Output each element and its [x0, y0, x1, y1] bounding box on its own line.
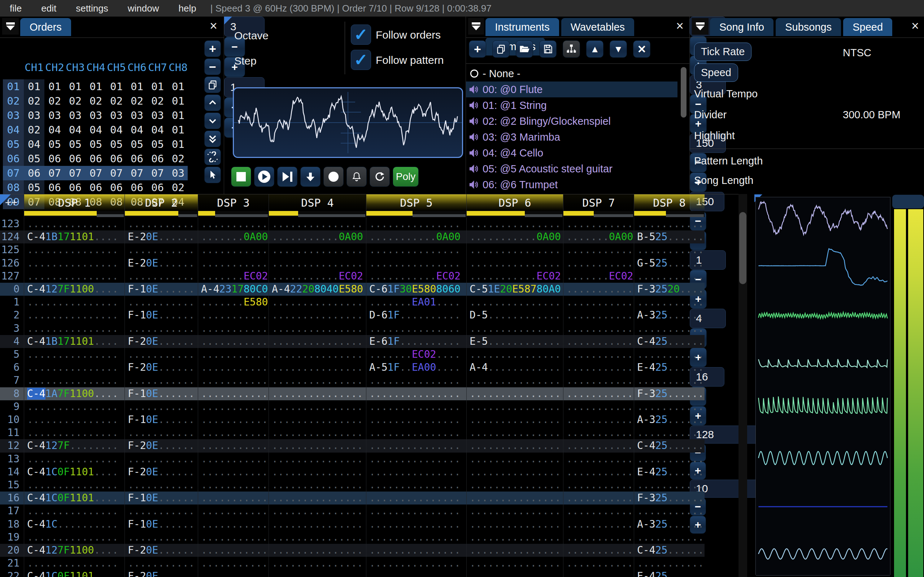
- pattern-cell[interactable]: .......E580: [198, 296, 268, 309]
- pattern-cell[interactable]: E-425......: [634, 466, 704, 479]
- pattern-cell[interactable]: ...........: [124, 426, 198, 439]
- pattern-row-125[interactable]: 125.....................................…: [0, 243, 704, 256]
- poly-button[interactable]: Poly: [393, 167, 419, 187]
- pattern-cell[interactable]: ...............: [24, 296, 124, 309]
- collapse-window-icon[interactable]: [692, 18, 709, 35]
- pattern-cell[interactable]: ...........: [563, 557, 634, 570]
- orders-row-04[interactable]: 040204040404040401: [3, 122, 188, 137]
- pattern-cell[interactable]: ...............: [24, 218, 124, 230]
- orders-cell[interactable]: 01: [147, 79, 168, 94]
- pattern-cell[interactable]: ...............: [268, 479, 366, 492]
- orders-cell[interactable]: 02: [127, 94, 147, 108]
- pattern-row-16[interactable]: 16C-41C0F1101....F-10E..................…: [0, 492, 704, 504]
- pattern-cell[interactable]: ...............: [466, 570, 563, 577]
- step-button[interactable]: [300, 167, 320, 187]
- pattern-cell[interactable]: ...........: [563, 335, 634, 348]
- pattern-cell[interactable]: ...............: [24, 309, 124, 322]
- pattern-cell[interactable]: ...........: [634, 348, 704, 361]
- pattern-cell[interactable]: ...........: [198, 400, 268, 413]
- pattern-cell[interactable]: ...............: [268, 504, 366, 517]
- pattern-cell[interactable]: ...........: [198, 257, 268, 270]
- pattern-cell[interactable]: ...........: [563, 218, 634, 230]
- pattern-cell[interactable]: ...............: [366, 557, 466, 570]
- pattern-cell[interactable]: ...........: [124, 504, 198, 517]
- orders-cell[interactable]: 01: [168, 108, 188, 122]
- instrument-move-up-button[interactable]: ▲: [586, 40, 604, 58]
- pattern-cell[interactable]: ...............: [366, 479, 466, 492]
- pattern-cell[interactable]: ...............: [268, 309, 366, 322]
- pattern-cell[interactable]: ...............: [466, 400, 563, 413]
- pattern-cell[interactable]: ...............: [268, 531, 366, 544]
- orders-cell[interactable]: 03: [127, 108, 147, 122]
- pattern-cell[interactable]: F-10E......: [124, 492, 198, 504]
- pattern-cell[interactable]: ...........: [634, 296, 704, 309]
- pattern-cell[interactable]: C-425......: [634, 439, 704, 452]
- pattern-cell[interactable]: ...............: [366, 243, 466, 256]
- orders-cell[interactable]: 03: [24, 108, 44, 122]
- pattern-row-13[interactable]: 13......................................…: [0, 453, 704, 466]
- pattern-cell[interactable]: ...........: [124, 374, 198, 387]
- orders-cell[interactable]: 06: [65, 152, 86, 166]
- pattern-cell[interactable]: ...........: [634, 374, 704, 387]
- tab-song-info[interactable]: Song Info: [710, 18, 774, 36]
- pattern-row-8[interactable]: 8C-41A7F1100....F-10E...................…: [0, 387, 704, 400]
- orders-cell[interactable]: 05: [147, 137, 168, 152]
- pattern-cell[interactable]: ...........: [124, 479, 198, 492]
- pattern-cell[interactable]: C-41C0F1101....: [24, 492, 124, 504]
- orders-cell[interactable]: 06: [86, 152, 106, 166]
- orders-cell[interactable]: 04: [106, 122, 127, 137]
- pattern-cell[interactable]: ...............: [24, 426, 124, 439]
- pattern-row-123[interactable]: 123.....................................…: [0, 218, 704, 230]
- orders-cell[interactable]: 01: [44, 79, 65, 94]
- pattern-cell[interactable]: ...........: [124, 400, 198, 413]
- pattern-cell[interactable]: ...........: [634, 504, 704, 517]
- pattern-cell[interactable]: ...........: [634, 270, 704, 283]
- orders-cell[interactable]: 04: [127, 122, 147, 137]
- pattern-cell[interactable]: ...............: [268, 453, 366, 466]
- pattern-cell[interactable]: ...........: [198, 374, 268, 387]
- follow-pattern-checkbox[interactable]: ✓: [351, 50, 371, 70]
- pattern-cell[interactable]: ...........: [563, 243, 634, 256]
- pattern-cell[interactable]: ...............: [268, 492, 366, 504]
- orders-cell[interactable]: 04: [44, 122, 65, 137]
- orders-row-06[interactable]: 060506060606060602: [3, 152, 188, 166]
- pattern-cell[interactable]: ...........: [198, 504, 268, 517]
- pattern-cell[interactable]: ...............: [366, 439, 466, 452]
- pattern-cell[interactable]: ...........: [563, 309, 634, 322]
- pattern-cell[interactable]: F-10E......: [124, 283, 198, 296]
- pattern-cell[interactable]: ...............: [268, 218, 366, 230]
- orders-cell[interactable]: 03: [106, 108, 127, 122]
- instrument-item-1[interactable]: 01: @1 String: [466, 97, 677, 113]
- pattern-cell[interactable]: ...........: [563, 400, 634, 413]
- pattern-row-11[interactable]: 11......................................…: [0, 426, 704, 439]
- pattern-cell[interactable]: .......0A00: [198, 230, 268, 243]
- orders-cell[interactable]: 06: [86, 180, 106, 195]
- orders-cell[interactable]: 06: [147, 152, 168, 166]
- pattern-cell[interactable]: ...............: [466, 296, 563, 309]
- pattern-cell[interactable]: A-422208040E580: [268, 283, 366, 296]
- pattern-cell[interactable]: ...............: [24, 531, 124, 544]
- pattern-cell[interactable]: ...........: [198, 439, 268, 452]
- pattern-cell[interactable]: F-325......: [634, 492, 704, 504]
- pattern-row-19[interactable]: 19......................................…: [0, 531, 704, 544]
- record-button[interactable]: [323, 167, 344, 187]
- pattern-cell[interactable]: C-41B171101....: [24, 335, 124, 348]
- orders-cell[interactable]: 01: [86, 79, 106, 94]
- pattern-cell[interactable]: F-10E......: [124, 387, 198, 400]
- pattern-cell[interactable]: ...........: [124, 453, 198, 466]
- instrument-toggle-folders-button[interactable]: [563, 40, 580, 58]
- pattern-cell[interactable]: ...........: [198, 544, 268, 557]
- pattern-cell[interactable]: ...............: [466, 439, 563, 452]
- pattern-cell[interactable]: ...............: [466, 374, 563, 387]
- pattern-cell[interactable]: ...........: [198, 218, 268, 230]
- pattern-cell[interactable]: ...........: [634, 400, 704, 413]
- tick-rate-label[interactable]: Tick Rate: [694, 43, 751, 61]
- orders-cell[interactable]: 03: [65, 108, 86, 122]
- pattern-cell[interactable]: E-20E......: [124, 257, 198, 270]
- pattern-cell[interactable]: ...............: [268, 257, 366, 270]
- pattern-cell[interactable]: ...........: [634, 322, 704, 335]
- orders-cell[interactable]: 05: [24, 152, 44, 166]
- pattern-cell[interactable]: ...........EC02: [366, 270, 466, 283]
- pattern-cell[interactable]: ...............: [366, 570, 466, 577]
- orders-cell[interactable]: 03: [44, 108, 65, 122]
